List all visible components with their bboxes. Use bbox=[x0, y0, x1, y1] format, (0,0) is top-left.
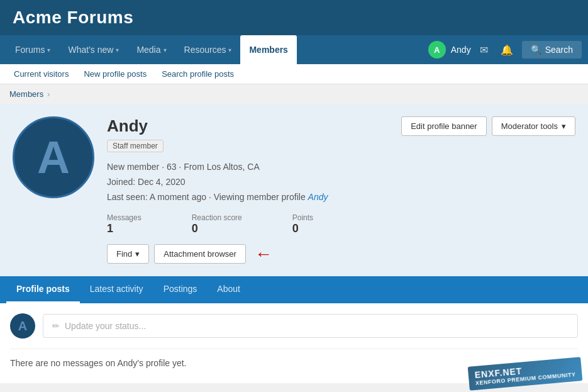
tab-profile-posts[interactable]: Profile posts bbox=[6, 276, 80, 303]
tab-latest-activity[interactable]: Latest activity bbox=[80, 276, 153, 303]
nav-item-forums-label: Forums bbox=[15, 45, 45, 55]
sub-nav-current-visitors[interactable]: Current visitors bbox=[6, 64, 76, 84]
profile-top-actions: Edit profile banner Moderator tools ▾ bbox=[401, 116, 575, 136]
sub-nav-search-profile-posts[interactable]: Search profile posts bbox=[154, 64, 241, 84]
stat-reaction-score: Reaction score 0 bbox=[192, 213, 242, 235]
tab-about[interactable]: About bbox=[207, 276, 250, 303]
breadcrumb: Members › bbox=[0, 84, 588, 104]
nav-items: Forums ▾ What's new ▾ Media ▾ Resources … bbox=[6, 35, 428, 64]
nav-item-forums[interactable]: Forums ▾ bbox=[6, 35, 59, 64]
profile-avatar-letter: A bbox=[37, 132, 70, 183]
nav-right: A Andy ✉ 🔔 🔍 Search bbox=[428, 41, 582, 59]
search-icon: 🔍 bbox=[531, 45, 541, 55]
nav-item-media-label: Media bbox=[136, 45, 160, 55]
nav-item-members[interactable]: Members bbox=[240, 35, 296, 64]
chevron-down-icon: ▾ bbox=[164, 47, 167, 53]
profile-tabs: Profile posts Latest activity Postings A… bbox=[0, 276, 588, 303]
profile-stats: Messages 1 Reaction score 0 Points 0 bbox=[107, 213, 575, 235]
red-arrow-icon: ← bbox=[255, 245, 272, 263]
user-avatar[interactable]: A bbox=[428, 41, 446, 59]
chevron-down-icon: ▾ bbox=[228, 47, 231, 53]
chevron-down-icon: ▾ bbox=[47, 47, 50, 53]
site-header: Acme Forums bbox=[0, 0, 588, 35]
profile-avatar: A bbox=[13, 116, 94, 198]
chevron-down-icon: ▾ bbox=[562, 121, 566, 131]
chevron-down-icon: ▾ bbox=[116, 47, 119, 53]
stat-messages: Messages 1 bbox=[107, 213, 141, 235]
messages-icon[interactable]: ✉ bbox=[476, 42, 492, 59]
search-button[interactable]: 🔍 Search bbox=[522, 41, 582, 59]
notifications-icon[interactable]: 🔔 bbox=[497, 42, 517, 59]
profile-info: Andy Staff member Edit profile banner Mo… bbox=[107, 116, 575, 264]
arrow-annotation: ← bbox=[255, 245, 272, 263]
edit-profile-banner-button[interactable]: Edit profile banner bbox=[401, 116, 487, 136]
chevron-down-icon: ▾ bbox=[135, 249, 140, 259]
moderator-tools-button[interactable]: Moderator tools ▾ bbox=[492, 116, 575, 136]
site-title: Acme Forums bbox=[13, 8, 575, 28]
profile-top-row: Andy Staff member Edit profile banner Mo… bbox=[107, 116, 575, 157]
find-button[interactable]: Find ▾ bbox=[107, 244, 149, 264]
tab-postings[interactable]: Postings bbox=[153, 276, 208, 303]
profile-meta-lastseen: Last seen: A moment ago · Viewing member… bbox=[107, 190, 575, 205]
username-label[interactable]: Andy bbox=[451, 45, 471, 55]
nav-item-resources-label: Resources bbox=[184, 45, 226, 55]
sub-nav: Current visitors New profile posts Searc… bbox=[0, 64, 588, 84]
profile-last-seen-link[interactable]: Andy bbox=[308, 192, 328, 202]
nav-item-media[interactable]: Media ▾ bbox=[128, 35, 175, 64]
profile-meta: New member · 63 · From Los Altos, CA Joi… bbox=[107, 160, 575, 204]
profile-name-block: Andy Staff member bbox=[107, 116, 164, 157]
sub-nav-new-profile-posts[interactable]: New profile posts bbox=[76, 64, 154, 84]
nav-item-resources[interactable]: Resources ▾ bbox=[175, 35, 241, 64]
nav-item-whatsnew[interactable]: What's new ▾ bbox=[59, 35, 128, 64]
attachment-browser-button[interactable]: Attachment browser bbox=[154, 244, 246, 264]
post-input-area: A ✏ Update your status... bbox=[10, 313, 578, 339]
status-placeholder: Update your status... bbox=[65, 321, 146, 331]
breadcrumb-members[interactable]: Members bbox=[9, 89, 43, 99]
pencil-icon: ✏ bbox=[52, 321, 60, 331]
nav-item-whatsnew-label: What's new bbox=[68, 45, 113, 55]
nav-item-members-label: Members bbox=[249, 45, 287, 55]
nav-bar: Forums ▾ What's new ▾ Media ▾ Resources … bbox=[0, 35, 588, 64]
post-avatar: A bbox=[10, 313, 35, 339]
profile-meta-line1: New member · 63 · From Los Altos, CA bbox=[107, 160, 575, 175]
status-input[interactable]: ✏ Update your status... bbox=[43, 314, 578, 338]
profile-name: Andy bbox=[107, 116, 164, 136]
profile-card: A Andy Staff member Edit profile banner … bbox=[0, 104, 588, 276]
breadcrumb-separator: › bbox=[47, 90, 50, 99]
profile-actions: Find ▾ Attachment browser ← bbox=[107, 244, 575, 264]
profile-meta-joined: Joined: Dec 4, 2020 bbox=[107, 175, 575, 190]
stat-points: Points 0 bbox=[292, 213, 313, 235]
staff-badge: Staff member bbox=[107, 140, 164, 152]
